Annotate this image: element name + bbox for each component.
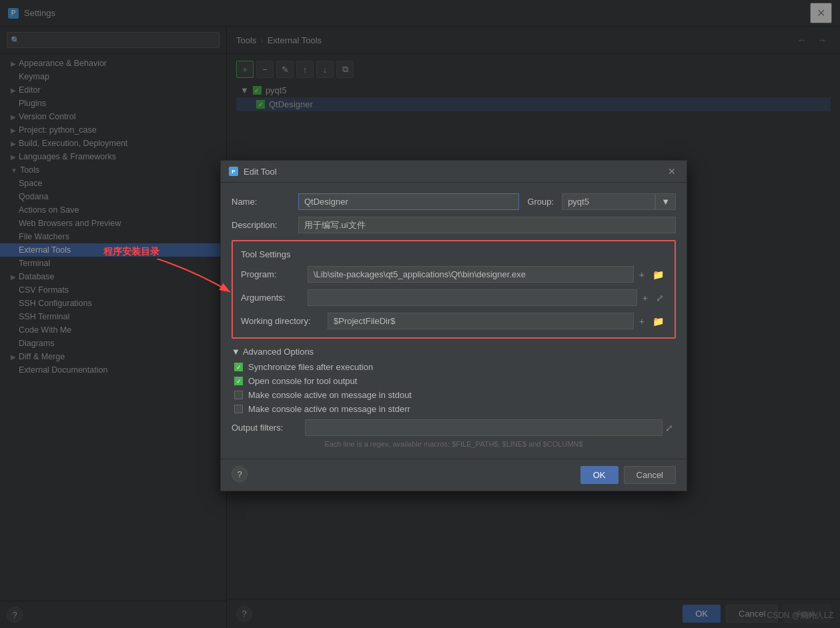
program-input[interactable] bbox=[308, 266, 634, 283]
program-add-macro-button[interactable]: + bbox=[637, 268, 647, 281]
advanced-arrow-icon: ▼ bbox=[232, 347, 240, 357]
working-dir-browse-button[interactable]: 📁 bbox=[650, 315, 667, 328]
edit-tool-dialog: P Edit Tool ✕ Name: Group: ▼ Description… bbox=[220, 160, 687, 491]
dialog-title-bar: P Edit Tool ✕ bbox=[221, 161, 687, 183]
dialog-overlay: P Edit Tool ✕ Name: Group: ▼ Description… bbox=[0, 0, 840, 628]
output-filters-input[interactable] bbox=[305, 419, 663, 436]
group-label: Group: bbox=[527, 197, 554, 207]
description-label: Description: bbox=[232, 220, 298, 230]
name-label: Name: bbox=[232, 197, 298, 207]
advanced-label: Advanced Options bbox=[243, 347, 314, 357]
dialog-help-button[interactable]: ? bbox=[232, 466, 248, 482]
program-browse-button[interactable]: 📁 bbox=[650, 268, 667, 281]
make-active-stderr-label: Make console active on message in stderr bbox=[248, 404, 410, 414]
sync-files-checkbox[interactable]: ✓ bbox=[234, 363, 243, 371]
make-active-stdout-checkbox[interactable] bbox=[234, 391, 243, 399]
make-active-stdout-label: Make console active on message in stdout bbox=[248, 390, 412, 400]
output-filters-expand-button[interactable]: ⤢ bbox=[663, 421, 676, 435]
tool-settings-title: Tool Settings bbox=[241, 249, 667, 259]
working-dir-row: Working directory: + 📁 bbox=[241, 313, 667, 329]
working-dir-label: Working directory: bbox=[241, 316, 328, 326]
dialog-cancel-button[interactable]: Cancel bbox=[624, 466, 676, 484]
dialog-close-button[interactable]: ✕ bbox=[665, 166, 679, 177]
program-label: Program: bbox=[241, 269, 308, 279]
dialog-ok-button[interactable]: OK bbox=[580, 466, 618, 484]
make-active-stderr-row: Make console active on message in stderr bbox=[232, 404, 676, 414]
make-active-stdout-row: Make console active on message in stdout bbox=[232, 390, 676, 400]
arguments-input-group: + ⤢ bbox=[308, 289, 667, 306]
open-console-label: Open console for tool output bbox=[248, 376, 357, 386]
advanced-title[interactable]: ▼ Advanced Options bbox=[232, 347, 676, 357]
description-row: Description: bbox=[232, 217, 676, 233]
arguments-label: Arguments: bbox=[241, 293, 308, 303]
advanced-section: ▼ Advanced Options ✓ Synchronize files a… bbox=[232, 347, 676, 448]
output-filters-row: Output filters: ⤢ bbox=[232, 419, 676, 436]
group-input[interactable] bbox=[562, 193, 655, 210]
working-dir-add-macro-button[interactable]: + bbox=[637, 315, 647, 328]
program-row: Program: + 📁 bbox=[241, 266, 667, 283]
arguments-expand-button[interactable]: ⤢ bbox=[653, 291, 667, 305]
hint-text: Each line is a regex, available macros: … bbox=[232, 440, 676, 448]
program-input-group: + 📁 bbox=[308, 266, 667, 283]
name-input[interactable] bbox=[298, 193, 519, 210]
group-dropdown-button[interactable]: ▼ bbox=[655, 193, 676, 210]
name-row: Name: Group: ▼ bbox=[232, 193, 676, 210]
sync-files-row: ✓ Synchronize files after execution bbox=[232, 362, 676, 372]
dialog-body: Name: Group: ▼ Description: Tool Setting… bbox=[221, 183, 687, 459]
sync-files-label: Synchronize files after execution bbox=[248, 362, 373, 372]
description-input[interactable] bbox=[298, 217, 676, 233]
arguments-add-macro-button[interactable]: + bbox=[640, 291, 651, 305]
dialog-icon: P bbox=[229, 167, 238, 176]
working-dir-input-group: + 📁 bbox=[328, 313, 667, 329]
watermark: CSDN @局外人LZ bbox=[767, 610, 833, 621]
arguments-row: Arguments: + ⤢ bbox=[241, 289, 667, 306]
arguments-input[interactable] bbox=[308, 289, 637, 306]
make-active-stderr-checkbox[interactable] bbox=[234, 405, 243, 413]
open-console-checkbox[interactable]: ✓ bbox=[234, 377, 243, 385]
open-console-row: ✓ Open console for tool output bbox=[232, 376, 676, 386]
output-filters-label: Output filters: bbox=[232, 423, 305, 433]
dialog-footer: ? OK Cancel bbox=[221, 459, 687, 491]
tool-settings-section: Tool Settings Program: + 📁 Arguments: + bbox=[232, 240, 676, 339]
working-dir-input[interactable] bbox=[328, 313, 634, 329]
dialog-title: Edit Tool bbox=[244, 167, 660, 177]
